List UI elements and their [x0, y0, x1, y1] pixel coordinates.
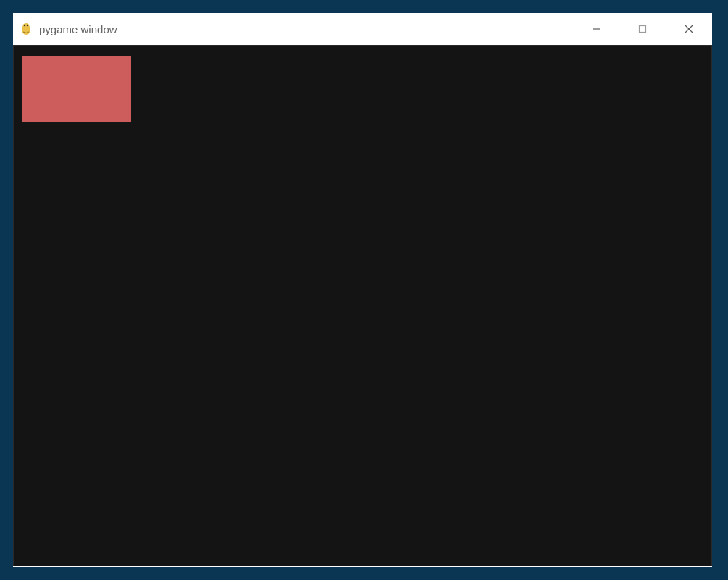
window-title: pygame window — [39, 23, 117, 35]
svg-point-1 — [23, 23, 30, 29]
svg-point-3 — [27, 25, 28, 26]
window-container: pygame window — [13, 13, 712, 567]
close-icon — [685, 25, 693, 33]
close-button[interactable] — [666, 13, 712, 45]
maximize-button[interactable] — [619, 13, 666, 45]
svg-point-2 — [24, 25, 25, 26]
window-controls — [573, 13, 712, 45]
game-rect — [22, 56, 131, 122]
app-icon — [19, 22, 33, 36]
minimize-button[interactable] — [573, 13, 619, 45]
maximize-icon — [638, 25, 647, 33]
svg-rect-5 — [640, 26, 646, 33]
minimize-icon — [592, 25, 601, 33]
game-canvas[interactable] — [13, 45, 712, 566]
title-bar[interactable]: pygame window — [13, 13, 712, 45]
